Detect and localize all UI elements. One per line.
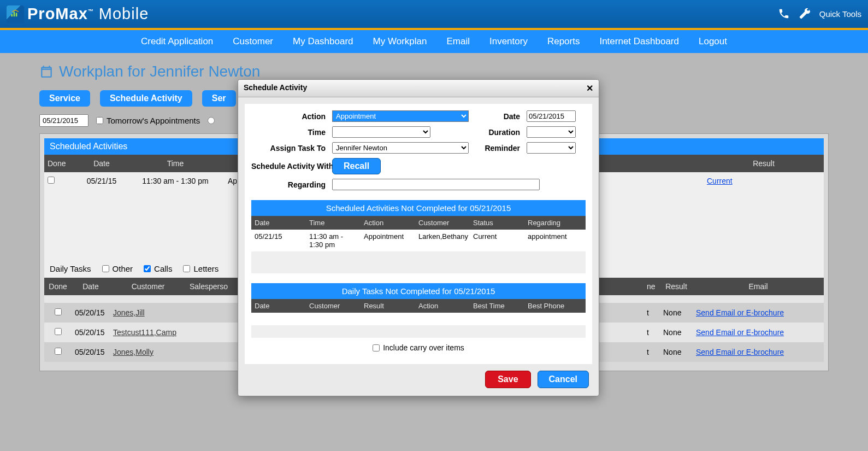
customer-link[interactable]: Jones,Molly <box>113 348 153 356</box>
wrench-icon[interactable] <box>799 8 811 20</box>
brand-text: ProMax™ Mobile <box>27 5 149 23</box>
nav-customer[interactable]: Customer <box>233 36 273 47</box>
assign-select[interactable]: Jennifer Newton <box>332 142 469 154</box>
calendar-icon <box>39 65 54 79</box>
duration-select[interactable] <box>527 126 576 138</box>
cancel-button[interactable]: Cancel <box>538 371 589 388</box>
main-nav: Credit Application Customer My Dashboard… <box>0 30 868 53</box>
tomorrow-label: Tomorrow's Appointments <box>107 116 200 125</box>
schedule-activity-button[interactable]: Schedule Activity <box>100 90 192 107</box>
nav-my-dashboard[interactable]: My Dashboard <box>293 36 353 47</box>
email-link[interactable]: Send Email or E-brochure <box>696 308 784 317</box>
modal-scheduled-row[interactable]: 05/21/15 11:30 am - 1:30 pm Appointment … <box>251 230 586 251</box>
carry-over-checkbox[interactable] <box>373 344 380 352</box>
reminder-select[interactable] <box>527 142 576 154</box>
time-select[interactable] <box>332 126 430 138</box>
filter-date-input[interactable] <box>39 114 88 127</box>
action-select[interactable]: Appointment <box>332 110 469 122</box>
top-bar: ProMax™ Mobile Quick Tools <box>0 0 868 30</box>
logo-cube-icon <box>7 5 24 23</box>
customer-link[interactable]: Testcust111,Camp <box>113 328 176 337</box>
customer-link[interactable]: Jones,Jill <box>113 308 145 317</box>
close-icon[interactable]: ✕ <box>586 83 593 93</box>
service-button[interactable]: Service <box>39 90 90 107</box>
result-link[interactable]: Current <box>707 177 733 185</box>
regarding-input[interactable] <box>332 179 540 190</box>
letters-checkbox[interactable] <box>183 265 190 272</box>
scheduled-not-completed-header: Scheduled Activities Not Completed for 0… <box>251 200 586 216</box>
nav-my-workplan[interactable]: My Workplan <box>373 36 427 47</box>
nav-email[interactable]: Email <box>446 36 470 47</box>
nav-inventory[interactable]: Inventory <box>489 36 528 47</box>
filter-radio[interactable] <box>208 117 215 124</box>
nav-logout[interactable]: Logout <box>699 36 727 47</box>
save-button[interactable]: Save <box>485 371 530 388</box>
calls-checkbox[interactable] <box>144 265 151 272</box>
nav-internet-dashboard[interactable]: Internet Dashboard <box>599 36 679 47</box>
other-checkbox[interactable] <box>102 265 109 272</box>
email-link[interactable]: Send Email or E-brochure <box>696 328 784 337</box>
chart-arrow-icon <box>10 9 21 20</box>
row-done-checkbox[interactable] <box>55 308 62 315</box>
modal-title: Schedule Activity <box>244 83 307 93</box>
brand-logo: ProMax™ Mobile <box>7 5 149 23</box>
daily-not-completed-header: Daily Tasks Not Completed for 05/21/2015 <box>251 283 586 299</box>
schedule-activity-modal: Schedule Activity ✕ Action Appointment D… <box>238 79 599 396</box>
date-input[interactable] <box>527 110 576 122</box>
nav-reports[interactable]: Reports <box>547 36 580 47</box>
row-done-checkbox[interactable] <box>55 348 62 355</box>
row-done-checkbox[interactable] <box>55 328 62 335</box>
row-done-checkbox[interactable] <box>48 177 55 184</box>
recall-button[interactable]: Recall <box>332 158 381 174</box>
nav-credit-application[interactable]: Credit Application <box>141 36 213 47</box>
phone-icon[interactable] <box>778 8 790 20</box>
email-link[interactable]: Send Email or E-brochure <box>696 348 784 356</box>
tomorrow-checkbox[interactable] <box>96 117 103 124</box>
quick-tools-link[interactable]: Quick Tools <box>819 9 861 19</box>
page-title: Workplan for Jennifer Newton <box>39 63 829 80</box>
ser-button[interactable]: Ser <box>202 90 236 107</box>
